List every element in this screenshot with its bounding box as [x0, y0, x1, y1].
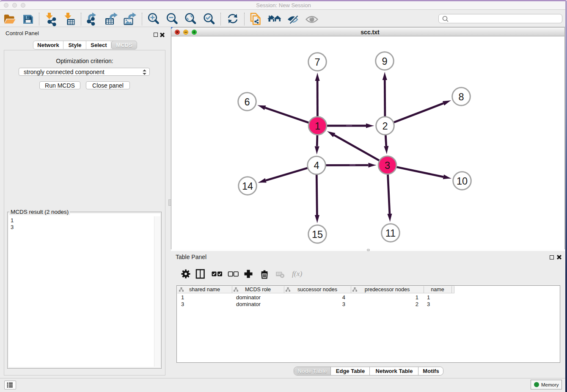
- svg-text:6: 6: [244, 97, 250, 108]
- svg-text:8: 8: [458, 91, 464, 102]
- svg-text:14: 14: [242, 181, 253, 192]
- svg-text:3: 3: [385, 160, 390, 171]
- svg-text:15: 15: [312, 229, 323, 240]
- svg-text:Memory: Memory: [541, 382, 559, 387]
- svg-text:4: 4: [314, 160, 319, 171]
- svg-text:7: 7: [314, 57, 320, 68]
- svg-text:1: 1: [315, 121, 320, 132]
- svg-text:f(x): f(x): [292, 269, 302, 278]
- svg-text:9: 9: [382, 56, 387, 67]
- svg-text:11: 11: [385, 228, 396, 239]
- svg-text:2: 2: [382, 121, 388, 132]
- svg-text:10: 10: [457, 176, 468, 187]
